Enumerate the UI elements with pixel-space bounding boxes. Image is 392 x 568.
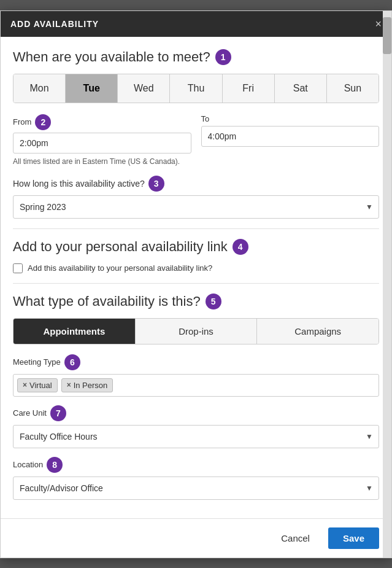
availability-type-section: What type of availability is this? 5 App…: [13, 294, 379, 344]
badge-8: 8: [47, 457, 63, 473]
section5-title: What type of availability is this? 5: [13, 294, 379, 309]
day-sun[interactable]: Sun: [327, 74, 379, 103]
badge-1: 1: [215, 49, 231, 65]
day-sat[interactable]: Sat: [275, 74, 327, 103]
location-label: Location 8: [13, 457, 379, 473]
save-button[interactable]: Save: [328, 527, 379, 549]
modal-body: When are you available to meet? 1 Mon Tu…: [1, 37, 391, 508]
to-input[interactable]: [201, 126, 380, 147]
badge-6: 6: [64, 354, 80, 370]
day-fri[interactable]: Fri: [223, 74, 275, 103]
day-selector: Mon Tue Wed Thu Fri Sat Sun: [13, 74, 379, 103]
tag-in-person-remove[interactable]: ×: [67, 381, 71, 389]
close-button[interactable]: ×: [375, 18, 382, 29]
care-unit-section: Care Unit 7 Faculty Office Hours Academi…: [13, 405, 379, 448]
tag-virtual-remove[interactable]: ×: [23, 381, 27, 389]
tab-appointments[interactable]: Appointments: [13, 319, 136, 344]
how-long-select-wrapper: Spring 2023 Fall 2023 Always ▼: [13, 195, 379, 219]
badge-5: 5: [206, 294, 221, 309]
section4-title-text: Add to your personal availability link: [13, 239, 228, 255]
tab-campaigns[interactable]: Campaigns: [257, 319, 379, 344]
modal-footer: Cancel Save: [1, 518, 391, 558]
tag-virtual: × Virtual: [17, 378, 58, 392]
timezone-note: All times listed are in Eastern Time (US…: [13, 157, 379, 166]
divider-2: [13, 283, 379, 284]
availability-type-tabs: Appointments Drop-ins Campaigns: [13, 318, 379, 344]
personal-link-checkbox-label: Add this availability to your personal a…: [28, 263, 212, 273]
tag-virtual-label: Virtual: [29, 381, 52, 390]
from-field: From 2: [13, 114, 191, 154]
when-available-section: When are you available to meet? 1 Mon Tu…: [13, 49, 379, 103]
section1-title: When are you available to meet? 1: [13, 49, 379, 65]
how-long-select[interactable]: Spring 2023 Fall 2023 Always: [13, 195, 379, 219]
how-long-section: How long is this availability active? 3 …: [13, 176, 379, 219]
modal-header: ADD AVAILABILITY ×: [1, 11, 391, 37]
badge-4: 4: [233, 239, 248, 255]
to-field: To: [201, 114, 380, 154]
badge-7: 7: [50, 405, 66, 421]
section4-title: Add to your personal availability link 4: [13, 239, 379, 255]
day-thu[interactable]: Thu: [170, 74, 222, 103]
time-row: From 2 To: [13, 114, 379, 154]
day-wed[interactable]: Wed: [118, 74, 170, 103]
badge-3: 3: [148, 176, 164, 192]
day-tue[interactable]: Tue: [66, 74, 118, 103]
meeting-type-section: Meeting Type 6 × Virtual × In Person: [13, 354, 379, 397]
tag-in-person-label: In Person: [74, 381, 108, 390]
time-section: From 2 To All times listed are in Easter…: [13, 114, 379, 166]
section5-title-text: What type of availability is this?: [13, 294, 201, 309]
personal-link-checkbox[interactable]: [13, 263, 23, 273]
location-select[interactable]: Faculty/Advisor Office Virtual: [13, 477, 379, 500]
meeting-type-label: Meeting Type 6: [13, 354, 379, 370]
divider-1: [13, 228, 379, 229]
scrollbar[interactable]: [383, 11, 391, 558]
day-mon[interactable]: Mon: [13, 74, 66, 103]
care-unit-label: Care Unit 7: [13, 405, 379, 421]
from-input[interactable]: [13, 133, 191, 154]
personal-link-checkbox-row: Add this availability to your personal a…: [13, 263, 379, 273]
tab-dropins[interactable]: Drop-ins: [136, 319, 258, 344]
to-label: To: [201, 114, 380, 123]
location-section: Location 8 Faculty/Advisor Office Virtua…: [13, 457, 379, 500]
location-select-wrapper: Faculty/Advisor Office Virtual ▼: [13, 477, 379, 500]
meeting-type-tags: × Virtual × In Person: [13, 374, 379, 397]
badge-2: 2: [35, 114, 51, 130]
scrollbar-thumb[interactable]: [383, 17, 391, 54]
personal-link-section: Add to your personal availability link 4…: [13, 239, 379, 273]
care-unit-select[interactable]: Faculty Office Hours Academic Advising: [13, 425, 379, 448]
tag-in-person: × In Person: [61, 378, 113, 392]
cancel-button[interactable]: Cancel: [269, 527, 322, 549]
section1-title-text: When are you available to meet?: [13, 49, 210, 65]
add-availability-modal: ADD AVAILABILITY × When are you availabl…: [0, 10, 392, 558]
how-long-label: How long is this availability active? 3: [13, 176, 379, 192]
modal-title: ADD AVAILABILITY: [10, 19, 99, 29]
care-unit-select-wrapper: Faculty Office Hours Academic Advising ▼: [13, 425, 379, 448]
from-label: From 2: [13, 114, 191, 130]
